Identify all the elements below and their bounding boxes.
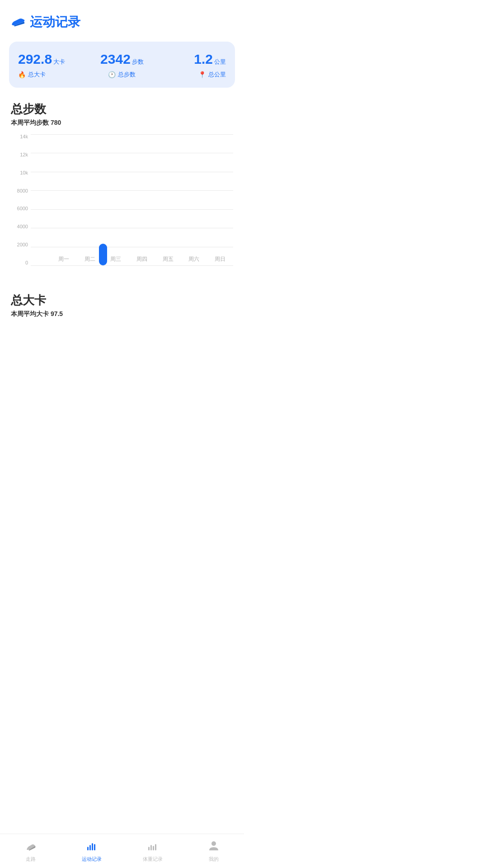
calories-value: 292.8 <box>18 52 52 67</box>
bar-wed <box>89 134 117 265</box>
summary-distance: 1.2 公里 📍 总公里 <box>157 52 226 79</box>
chart-y-labels: 14k 12k 10k 8000 6000 4000 2000 0 <box>11 134 31 265</box>
steps-label: 总步数 <box>118 71 136 79</box>
summary-calories: 292.8 大卡 🔥 总大卡 <box>18 52 87 79</box>
x-label-sun: 周日 <box>207 255 233 263</box>
page-title: 运动记录 <box>30 14 80 31</box>
x-label-thu: 周四 <box>129 255 155 263</box>
distance-value: 1.2 <box>194 52 213 67</box>
chart-x-labels: 周一 周二 周三 周四 周五 周六 周日 <box>51 253 233 265</box>
pin-icon: 📍 <box>198 71 206 78</box>
bar-tue <box>60 134 89 265</box>
steps-chart: 14k 12k 10k 8000 6000 4000 2000 0 <box>11 134 233 279</box>
clock-icon: 🕐 <box>108 71 116 78</box>
bar-fri <box>146 134 175 265</box>
x-label-mon: 周一 <box>51 255 77 263</box>
chart-grid-area: 周一 周二 周三 周四 周五 周六 周日 <box>31 134 233 265</box>
bar-sun <box>204 134 233 265</box>
x-label-fri: 周五 <box>155 255 181 263</box>
page: 运动记录 292.8 大卡 🔥 总大卡 2342 步数 🕐 总步数 <box>0 0 244 434</box>
calories-section-subtitle: 本周平均大卡 97.5 <box>11 310 233 318</box>
calories-section: 总大卡 本周平均大卡 97.5 <box>0 288 244 326</box>
distance-label: 总公里 <box>208 71 226 79</box>
grid-line-0 <box>31 265 233 266</box>
steps-unit: 步数 <box>132 58 144 66</box>
header: 运动记录 <box>0 0 244 38</box>
steps-section-title: 总步数 <box>11 101 233 117</box>
summary-steps: 2342 步数 🕐 总步数 <box>87 52 156 79</box>
x-label-sat: 周六 <box>181 255 207 263</box>
calories-section-title: 总大卡 <box>11 292 233 308</box>
x-label-wed: 周三 <box>103 255 129 263</box>
calories-unit: 大卡 <box>53 58 65 66</box>
steps-section-subtitle: 本周平均步数 780 <box>11 119 233 127</box>
x-label-tue: 周二 <box>77 255 103 263</box>
bar-thu <box>117 134 146 265</box>
distance-unit: 公里 <box>214 58 226 66</box>
calories-label: 总大卡 <box>28 71 46 79</box>
fire-icon: 🔥 <box>18 71 26 78</box>
header-shoe-icon <box>11 14 25 30</box>
bar-mon <box>31 134 60 265</box>
steps-value: 2342 <box>100 52 131 67</box>
bar-sat <box>175 134 204 265</box>
chart-bars <box>31 134 233 265</box>
summary-card: 292.8 大卡 🔥 总大卡 2342 步数 🕐 总步数 1.2 公里 <box>9 42 235 88</box>
steps-section: 总步数 本周平均步数 780 14k 12k 10k 8000 6000 400… <box>0 97 244 279</box>
